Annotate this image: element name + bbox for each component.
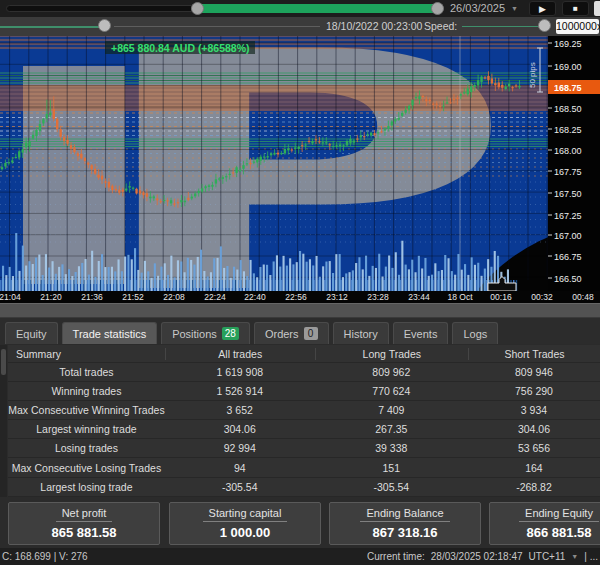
table-cell: 809 946 — [468, 366, 600, 378]
table-cell: 3 934 — [468, 404, 600, 416]
column-header: Short Trades — [468, 348, 600, 360]
time-tick-label: 23:28 — [367, 292, 388, 302]
price-tick-label: 167.75 — [554, 167, 582, 177]
time-tick-label: 22:08 — [163, 292, 184, 302]
tab-history[interactable]: History — [333, 322, 389, 344]
price-tick-label: 169.00 — [554, 62, 582, 72]
tab-equity[interactable]: Equity — [5, 322, 58, 344]
playback-toolbar: 18/10/2022 00:23:00 Speed: 1000000x — [0, 17, 600, 36]
table-cell: Losing trades — [8, 442, 165, 454]
status-bar: C: 168.699 | V: 276 Current time: 28/03/… — [0, 548, 600, 565]
time-axis[interactable]: 21:0421:2021:3621:5222:0822:2422:4022:56… — [0, 291, 600, 303]
tab-label: Trade statistics — [73, 324, 147, 344]
table-cell: 267.35 — [315, 423, 468, 435]
tab-trade-statistics[interactable]: Trade statistics — [62, 322, 158, 344]
tab-orders[interactable]: Orders0 — [254, 322, 329, 344]
table-cell: 92 994 — [165, 442, 315, 454]
time-tick-label: 21:20 — [40, 292, 61, 302]
price-tick-label: 169.25 — [554, 39, 582, 49]
price-tick-label: 167.00 — [554, 231, 582, 241]
panel-splitter[interactable] — [0, 303, 600, 318]
summary-label: Net profit — [56, 507, 113, 522]
time-tick-label: 00:16 — [490, 292, 511, 302]
summary-value: 865 881.58 — [9, 525, 159, 540]
speed-slider-track[interactable] — [462, 26, 540, 27]
bottom-panel-tabs: EquityTrade statisticsPositions28Orders0… — [0, 318, 600, 344]
time-tick-label: 23:12 — [326, 292, 347, 302]
table-row[interactable]: Losing trades92 99439 33853 656 — [8, 439, 600, 458]
time-tick-label: 22:24 — [204, 292, 225, 302]
table-cell: 756 290 — [468, 385, 600, 397]
position-slider-handle[interactable] — [98, 19, 111, 32]
tab-label: Orders — [265, 324, 299, 344]
time-tick-label: 21:52 — [122, 292, 143, 302]
tab-label: Events — [404, 324, 438, 344]
table-row[interactable]: Max Consecutive Winning Trades3 6527 409… — [8, 401, 600, 420]
tab-events[interactable]: Events — [393, 322, 449, 344]
column-header: All trades — [165, 348, 315, 360]
summary-box-ending-equity: Ending Equity866 881.58 — [489, 502, 600, 545]
speed-value[interactable]: 1000000x — [556, 19, 599, 34]
timeline-slider-fill — [199, 4, 437, 13]
table-row[interactable]: Winning trades1 526 914770 624756 290 — [8, 382, 600, 401]
position-slider-track[interactable] — [0, 26, 100, 28]
timezone-select[interactable]: UTC+11 — [529, 548, 566, 565]
price-tick-label: 166.50 — [554, 274, 582, 284]
table-cell: -268.82 — [468, 481, 600, 493]
calendar-icon[interactable] — [594, 1, 600, 16]
backtester-window: 26/03/2025 ▼ ▶ ■ 18/10/2022 00:23:00 Spe… — [0, 0, 600, 565]
price-tick-label: 168.25 — [554, 125, 582, 135]
tab-label: Equity — [16, 324, 47, 344]
time-tick-label: 22:56 — [285, 292, 306, 302]
table-cell: 1 526 914 — [165, 385, 315, 397]
time-tick-label: 21:04 — [0, 292, 21, 302]
summary-value: 1 000.00 — [170, 525, 320, 540]
speed-slider-handle[interactable] — [538, 19, 551, 32]
chevron-down-icon[interactable]: ▼ — [571, 548, 578, 565]
table-scrollbar[interactable] — [0, 345, 7, 497]
time-tick-label: 18 Oct — [447, 292, 472, 302]
time-tick-label: 00:32 — [531, 292, 552, 302]
top-toolbar: 26/03/2025 ▼ ▶ ■ — [0, 0, 600, 17]
table-cell: Max Consecutive Losing Trades — [8, 462, 165, 474]
tab-badge: 28 — [222, 327, 239, 340]
current-time-value: 28/03/2025 02:18:47 — [431, 548, 523, 565]
table-cell: 7 409 — [315, 404, 468, 416]
summary-box-net-profit: Net profit865 881.58 — [8, 502, 160, 545]
table-cell: Largest losing trade — [8, 481, 165, 493]
candlestick-chart[interactable]: P+865 880.84 AUD (+86588%)50 pips169.251… — [0, 36, 600, 291]
table-row[interactable]: Max Consecutive Losing Trades94151164 — [8, 458, 600, 477]
table-cell: 94 — [165, 462, 315, 474]
table-cell: -305.54 — [165, 481, 315, 493]
chart-canvas[interactable]: P+865 880.84 AUD (+86588%)50 pips169.251… — [0, 36, 600, 291]
table-row[interactable]: Total trades1 619 908809 962809 946 — [8, 363, 600, 382]
account-summary: Net profit865 881.58Starting capital1 00… — [0, 502, 600, 546]
summary-label: Starting capital — [203, 507, 288, 522]
tab-badge: 0 — [304, 327, 318, 340]
table-cell: Largest winning trade — [8, 423, 165, 435]
tab-positions[interactable]: Positions28 — [161, 322, 250, 344]
stop-button[interactable]: ■ — [562, 1, 589, 16]
time-tick-label: 21:36 — [81, 292, 102, 302]
table-cell: Winning trades — [8, 385, 165, 397]
summary-label: Ending Balance — [360, 507, 449, 522]
trade-statistics-table: SummaryAll tradesLong TradesShort Trades… — [8, 345, 600, 497]
price-tick-label: 168.75 — [554, 83, 582, 93]
table-row[interactable]: Largest winning trade304.06267.35304.06 — [8, 420, 600, 439]
position-slider-rest — [114, 26, 320, 27]
scrollbar-thumb[interactable] — [1, 349, 6, 375]
table-cell: 304.06 — [165, 423, 315, 435]
tab-label: Logs — [463, 324, 487, 344]
tab-label: History — [344, 324, 378, 344]
tab-logs[interactable]: Logs — [452, 322, 498, 344]
summary-value: 866 881.58 — [490, 525, 600, 540]
chevron-down-icon[interactable]: ▼ — [511, 1, 518, 16]
summary-value: 867 318.16 — [330, 525, 480, 540]
price-tick-label: 167.25 — [554, 211, 582, 221]
table-row[interactable]: Largest losing trade-305.54-305.54-268.8… — [8, 478, 600, 497]
timeline-slider-handle-start[interactable] — [191, 2, 204, 15]
timeline-slider-handle-end[interactable] — [431, 2, 444, 15]
play-button[interactable]: ▶ — [529, 1, 556, 16]
date-select[interactable]: 26/03/2025 — [450, 1, 520, 16]
status-trailing: | ... — [584, 548, 598, 565]
